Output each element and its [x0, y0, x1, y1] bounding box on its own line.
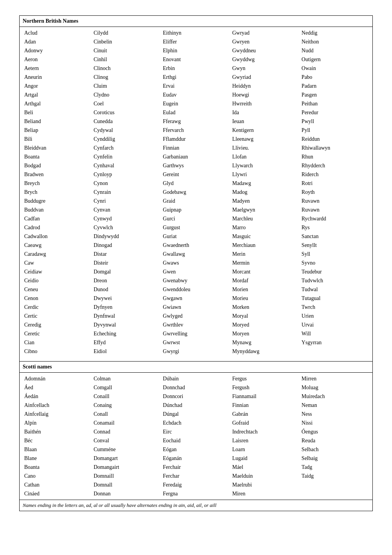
list-item: Gwiawn [161, 303, 231, 312]
list-item: Cenon [23, 294, 92, 303]
list-item: Gurgust [161, 223, 231, 232]
list-item: Cathan [23, 480, 92, 489]
list-item: Llywri [231, 170, 300, 179]
list-item: Disteir [92, 258, 161, 267]
list-item: Ceredig [23, 320, 92, 329]
list-item: Gereint [161, 170, 231, 179]
list-item: Gwaws [161, 258, 231, 267]
list-item: Outigern [300, 55, 369, 64]
list-item: Ceidio [23, 276, 92, 285]
list-item: Glyd [161, 179, 231, 188]
list-item: Aclud [23, 28, 92, 37]
list-item: Connad [92, 427, 161, 436]
list-item: Urvai [300, 320, 369, 329]
list-item: Ruvawn [300, 197, 369, 205]
list-item: Ceretic [23, 329, 92, 338]
list-item: Cadrod [23, 223, 92, 232]
list-item: Bodgad [23, 161, 92, 170]
list-item: Gwrwst [161, 338, 231, 347]
list-item: Bradwen [23, 170, 92, 179]
list-item: Eógan [161, 445, 231, 454]
list-item: Gwyddwg [231, 55, 300, 64]
list-item: Gwen [161, 267, 231, 276]
list-item: Artgal [23, 90, 92, 99]
list-item: Cynon [92, 179, 161, 188]
list-item: Áed [23, 383, 92, 392]
list-item: Finnian [231, 401, 300, 410]
scotti-header: Scotti names [20, 362, 372, 373]
list-item: Ffervarch [161, 126, 231, 135]
list-item: Dúnchad [161, 401, 231, 410]
list-item: Gwrthlev [161, 320, 231, 329]
list-item: Taidg [300, 472, 369, 480]
list-item: Beliap [23, 126, 92, 135]
list-item: Madyen [231, 197, 300, 205]
list-item: Brych [23, 188, 92, 197]
list-item: Garbaniaun [161, 152, 231, 161]
list-item: Boanta [23, 463, 92, 472]
list-item: Ysgyrran [300, 338, 369, 347]
list-item: Mirren [300, 374, 369, 383]
list-item: Gwlyged [161, 312, 231, 320]
list-item: Riderch [300, 170, 369, 179]
list-item: Lleenawg [231, 135, 300, 143]
list-item: Enovant [161, 55, 231, 64]
list-item: Senyllt [300, 241, 369, 250]
list-item: Gwenddoleu [161, 285, 231, 294]
list-item: Moryed [231, 320, 300, 329]
list-item: Guipnap [161, 205, 231, 214]
list-item: Mynawg [231, 338, 300, 347]
list-item: Gwgawn [161, 294, 231, 303]
list-item: Ceneu [23, 285, 92, 294]
list-item: Pabo [300, 73, 369, 82]
list-item: Clydno [92, 90, 161, 99]
list-item: Morieu [231, 294, 300, 303]
list-item: Cynwyd [92, 214, 161, 223]
list-item: Eulad [161, 108, 231, 117]
list-item: Dunod [92, 285, 161, 294]
list-item: Adan [23, 37, 92, 46]
list-item: Ruvawn [300, 205, 369, 214]
list-item: Morcant [231, 267, 300, 276]
list-item: Comgall [92, 383, 161, 392]
list-item: Loarn [231, 445, 300, 454]
list-item: Morien [231, 285, 300, 294]
list-item: Maelgwyn [231, 205, 300, 214]
list-item: Cinbelin [92, 37, 161, 46]
list-item: Cunedda [92, 117, 161, 126]
list-item: Aetern [23, 64, 92, 73]
list-item: Gwryad [231, 28, 300, 37]
list-item: Cerdic [23, 303, 92, 312]
list-item: Fiannamail [231, 392, 300, 401]
list-item: Baithén [23, 427, 92, 436]
list-item: Cumméne [92, 445, 161, 454]
list-item: Godebawg [161, 188, 231, 197]
list-item: Mordaf [231, 276, 300, 285]
list-item: Angor [23, 82, 92, 90]
list-item: Caradawg [23, 250, 92, 258]
list-item: Gwyrgi [161, 347, 231, 356]
list-item: Elphin [161, 46, 231, 55]
list-item: Caeawg [23, 241, 92, 250]
list-item: Nudd [300, 46, 369, 55]
list-item: Royth [300, 188, 369, 197]
list-item: Urien [300, 312, 369, 320]
list-item: Garthwys [161, 161, 231, 170]
list-item: Dreon [92, 276, 161, 285]
list-item: Ervai [161, 82, 231, 90]
list-item: Gwallawg [161, 250, 231, 258]
list-item: Reuda [300, 436, 369, 445]
list-item: Cynvan [92, 205, 161, 214]
list-item: Mermin [231, 258, 300, 267]
list-item: Rhiwallawyn [300, 143, 369, 152]
northern-british-header: Northern British Names [20, 16, 372, 27]
list-item: Gurci [161, 214, 231, 223]
list-item: Gwaednerth [161, 241, 231, 250]
list-item: Twrch [300, 303, 369, 312]
list-item: Rotri [300, 179, 369, 188]
list-item: Fergna [161, 489, 231, 498]
list-item: Nissi [300, 418, 369, 427]
list-item: Arthgal [23, 99, 92, 108]
list-item: Aneurin [23, 73, 92, 82]
scotti-grid: AdomnánColmanDúbainFergusMirrenÁedComgal… [20, 373, 372, 500]
